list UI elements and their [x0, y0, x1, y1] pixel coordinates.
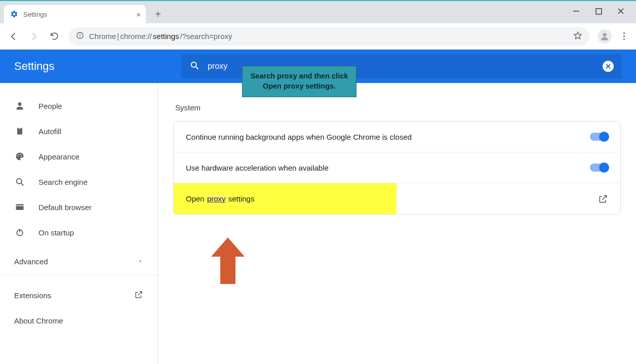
annotation-arrow-icon — [211, 237, 245, 284]
toggle-background-apps[interactable] — [590, 133, 608, 141]
svg-marker-7 — [574, 32, 581, 39]
sidebar-item-label: Advanced — [14, 257, 48, 266]
clear-search-button[interactable] — [603, 61, 614, 72]
profile-avatar[interactable] — [598, 29, 612, 44]
sidebar-item-label: Extensions — [14, 291, 51, 300]
row-open-proxy-settings[interactable]: Open proxy settings — [174, 183, 620, 214]
palette-icon — [14, 151, 25, 162]
sidebar-item-label: About Chrome — [14, 316, 63, 325]
sidebar-item-label: Autofill — [38, 127, 61, 136]
svg-rect-6 — [80, 35, 80, 37]
search-icon — [189, 60, 200, 72]
browser-toolbar: Chrome | chrome:// settings /?search=pro… — [0, 23, 636, 50]
sidebar-item-label: Appearance — [38, 152, 80, 161]
svg-line-21 — [21, 183, 24, 186]
settings-main: System Continue running background apps … — [158, 83, 636, 364]
reload-button[interactable] — [46, 28, 63, 45]
sidebar-item-label: Search engine — [38, 178, 88, 186]
sidebar-item-search-engine[interactable]: Search engine — [0, 169, 157, 194]
maximize-button[interactable] — [593, 6, 604, 16]
sidebar-item-autofill[interactable]: Autofill — [0, 118, 157, 144]
chrome-menu-button[interactable] — [617, 32, 631, 40]
annotation-callout: Search proxy and then click Open proxy s… — [242, 66, 356, 97]
clipboard-icon — [14, 126, 25, 137]
url-text: Chrome | chrome:// settings /?search=pro… — [89, 32, 568, 41]
row-label: Continue running background apps when Go… — [186, 133, 412, 141]
tab-strip: Settings × + — [0, 1, 636, 23]
close-window-button[interactable] — [616, 6, 626, 16]
row-hardware-accel: Use hardware acceleration when available — [174, 152, 620, 183]
section-title: System — [175, 103, 621, 112]
sidebar-item-label: On startup — [38, 228, 74, 237]
search-icon — [14, 176, 25, 187]
svg-point-13 — [18, 102, 22, 106]
sidebar-item-about-chrome[interactable]: About Chrome — [0, 308, 157, 333]
settings-sidebar: People Autofill Appearance Search engine — [0, 83, 158, 364]
row-background-apps: Continue running background apps when Go… — [174, 122, 620, 152]
sidebar-item-appearance[interactable]: Appearance — [0, 144, 157, 169]
svg-point-5 — [80, 33, 81, 34]
power-icon — [14, 227, 25, 238]
svg-point-20 — [17, 179, 22, 184]
sidebar-item-people[interactable]: People — [0, 93, 157, 118]
address-bar[interactable]: Chrome | chrome:// settings /?search=pro… — [69, 27, 589, 46]
tab-title: Settings — [23, 11, 47, 18]
svg-rect-14 — [17, 128, 22, 134]
open-in-new-icon — [598, 194, 608, 204]
sidebar-item-extensions[interactable]: Extensions — [0, 282, 157, 308]
svg-point-9 — [191, 62, 196, 67]
sidebar-item-label: Default browser — [38, 203, 92, 212]
svg-rect-1 — [596, 9, 602, 14]
chevron-down-icon — [137, 257, 143, 266]
tab-settings[interactable]: Settings × — [4, 5, 146, 23]
toggle-hardware-accel[interactable] — [590, 164, 608, 172]
svg-point-16 — [17, 155, 18, 156]
svg-point-19 — [21, 155, 22, 156]
minimize-button[interactable] — [571, 6, 581, 16]
svg-line-10 — [196, 67, 198, 69]
sidebar-item-label: People — [38, 102, 62, 110]
forward-button[interactable] — [25, 28, 43, 45]
browser-icon — [14, 201, 25, 213]
svg-point-18 — [20, 154, 21, 155]
sidebar-item-default-browser[interactable]: Default browser — [0, 194, 157, 220]
page-title: Settings — [14, 60, 171, 73]
back-button[interactable] — [5, 28, 22, 45]
window-controls — [560, 1, 636, 21]
svg-point-8 — [603, 33, 607, 36]
open-in-new-icon — [134, 290, 143, 301]
new-tab-button[interactable]: + — [150, 6, 166, 22]
system-card: Continue running background apps when Go… — [173, 121, 621, 215]
row-label: Use hardware acceleration when available — [186, 164, 329, 172]
svg-point-17 — [18, 154, 19, 155]
sidebar-item-advanced[interactable]: Advanced — [0, 248, 157, 275]
gear-icon — [10, 10, 18, 18]
svg-rect-15 — [19, 127, 21, 129]
row-label: Open proxy settings — [186, 194, 254, 203]
person-icon — [14, 100, 25, 111]
tab-close-button[interactable]: × — [136, 10, 141, 19]
sidebar-item-on-startup[interactable]: On startup — [0, 220, 157, 245]
bookmark-star-icon[interactable] — [573, 31, 582, 42]
site-info-icon[interactable] — [76, 31, 84, 41]
